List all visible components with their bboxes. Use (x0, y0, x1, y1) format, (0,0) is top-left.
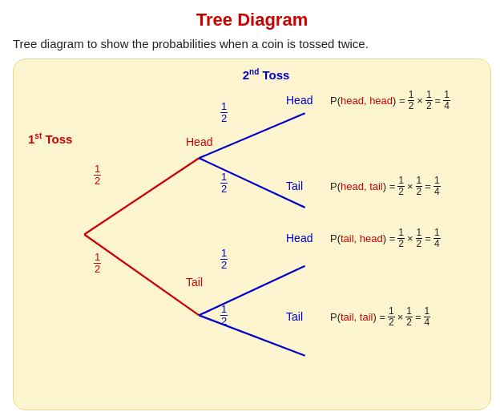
prob-head-tail: P(head, tail) = 12 × 12 = 14 (330, 176, 442, 197)
prob-head-head: P(head, head) = 12 × 12 = 14 (330, 90, 451, 111)
outcome-head-head: Head (286, 94, 312, 107)
svg-line-2 (199, 113, 304, 158)
first-toss-lower-fraction: 1 2 (94, 252, 101, 276)
svg-line-0 (84, 158, 199, 234)
prob-tail-tail: P(tail, tail) = 12 × 12 = 14 (330, 306, 431, 328)
first-toss-upper-fraction: 1 2 (94, 164, 101, 188)
diagram-box: 2nd Toss 1st Toss 1 (13, 59, 491, 410)
first-toss-tail-label: Tail (186, 276, 203, 289)
outcome-head-tail: Tail (286, 180, 303, 192)
second-toss-lu-fraction: 1 2 (220, 248, 228, 272)
page: Tree Diagram Tree diagram to show the pr… (0, 0, 504, 420)
second-toss-uu-fraction: 1 2 (220, 101, 228, 125)
first-toss-head-label: Head (186, 135, 212, 148)
page-title: Tree Diagram (13, 10, 491, 30)
svg-line-4 (199, 266, 304, 316)
subtitle: Tree diagram to show the probabilities w… (13, 37, 491, 50)
prob-tail-head: P(tail, head) = 12 × 12 = 14 (330, 228, 442, 249)
outcome-tail-head: Head (286, 232, 312, 244)
second-toss-ul-fraction: 1 2 (220, 172, 228, 196)
outcome-tail-tail: Tail (286, 310, 303, 323)
second-toss-ll-fraction: 1 2 (220, 304, 228, 328)
svg-line-1 (84, 235, 199, 316)
